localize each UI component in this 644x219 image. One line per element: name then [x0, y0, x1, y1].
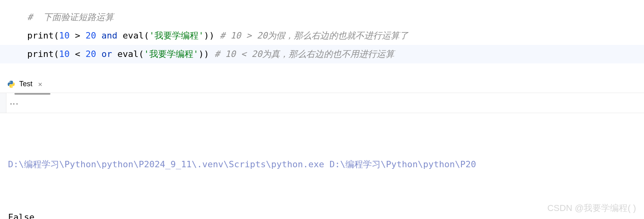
token-keyword: and [101, 30, 117, 41]
code-editor[interactable]: # 下面验证短路运算print(10 > 20 and eval('我要学编程'… [0, 0, 644, 75]
token-keyword: or [101, 49, 112, 59]
token-paren: ( [54, 49, 59, 59]
console-output[interactable]: D:\编程学习\Python\python\P2024_9_11\.venv\S… [0, 113, 644, 219]
console-toolbar: ⋮ [0, 93, 644, 113]
console-stdout: FalseTrue [8, 209, 636, 219]
code-line[interactable]: print(10 < 20 or eval('我要学编程')) # 10 < 2… [0, 45, 644, 63]
token-comment: # 10 > 20为假，那么右边的也就不进行运算了 [220, 30, 408, 41]
token-number: 10 [59, 30, 70, 41]
run-tab-bar: Test × [0, 75, 644, 93]
python-icon [7, 80, 15, 88]
token-string: '我要学编程' [149, 30, 204, 41]
close-icon[interactable]: × [38, 80, 42, 88]
token-comment: # 10 < 20为真，那么右边的也不用进行运算 [215, 49, 394, 59]
token-number: 10 [59, 49, 70, 59]
gutter-cell [0, 93, 6, 113]
token-paren: )) [199, 49, 209, 59]
tab-active-indicator [14, 93, 50, 95]
run-tab-test[interactable]: Test × [0, 75, 50, 93]
console-command-line: D:\编程学习\Python\python\P2024_9_11\.venv\S… [8, 156, 636, 173]
token-operator: < [70, 49, 86, 59]
token-operator: > [70, 30, 86, 41]
token-operator [209, 49, 214, 59]
code-line[interactable]: # 下面验证短路运算 [0, 8, 644, 26]
token-paren: ( [54, 30, 59, 41]
token-operator [215, 30, 220, 41]
token-number: 20 [86, 30, 96, 41]
token-paren: ( [138, 49, 144, 59]
token-string: '我要学编程' [144, 49, 199, 59]
token-comment: # 下面验证短路运算 [27, 12, 114, 22]
token-func: eval [117, 49, 138, 59]
token-operator [117, 30, 122, 41]
toolbar-left: ⋮ [6, 99, 22, 107]
token-func: print [27, 30, 54, 41]
code-line[interactable]: print(10 > 20 and eval('我要学编程')) # 10 > … [0, 26, 644, 45]
token-operator [96, 49, 101, 59]
token-number: 20 [86, 49, 96, 59]
token-operator [96, 30, 101, 41]
token-paren: ( [144, 30, 149, 41]
kebab-menu-icon[interactable]: ⋮ [9, 99, 19, 107]
token-paren: )) [204, 30, 215, 41]
console-line: False [8, 209, 636, 219]
token-func: eval [122, 30, 144, 41]
tab-label: Test [19, 80, 32, 88]
token-operator [112, 49, 117, 59]
token-func: print [27, 49, 54, 59]
